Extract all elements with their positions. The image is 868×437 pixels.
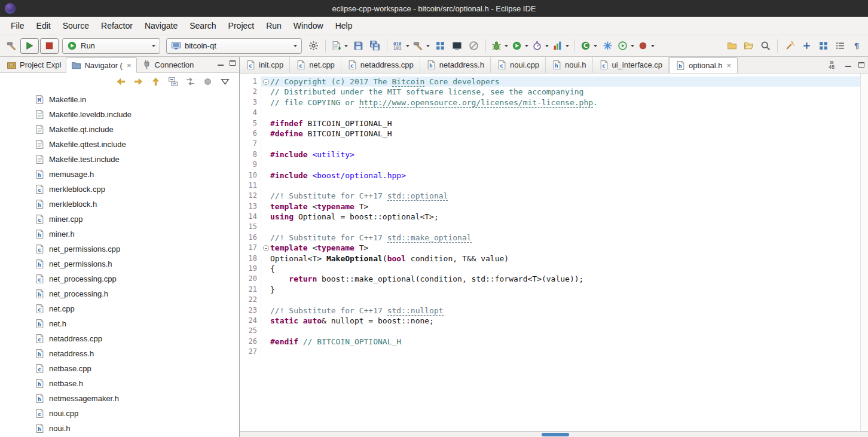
- editor-minimize-button[interactable]: [845, 66, 851, 67]
- file-makefile-qt-include[interactable]: Makefile.qt.include: [0, 122, 239, 137]
- file-tree[interactable]: MMakefile.inMakefile.leveldb.includeMake…: [0, 90, 239, 437]
- panel-sash-handle[interactable]: [542, 433, 569, 436]
- launch-config-settings-button[interactable]: [305, 38, 321, 54]
- save-all-button[interactable]: [367, 38, 383, 54]
- file-noui-h[interactable]: hnoui.h: [0, 421, 239, 436]
- file-makefile-test-include[interactable]: Makefile.test.include: [0, 152, 239, 167]
- file-miner-cpp[interactable]: cminer.cpp: [0, 212, 239, 227]
- editor-tab-ui-interface-cp[interactable]: cui_interface.cp: [593, 57, 670, 73]
- menu-project[interactable]: Project: [222, 19, 261, 33]
- search-button[interactable]: [757, 38, 773, 54]
- show-outline-button[interactable]: [832, 38, 848, 54]
- skip-breakpoints-button[interactable]: [466, 38, 481, 54]
- menu-window[interactable]: Window: [288, 19, 329, 33]
- view-menu-button[interactable]: [219, 75, 231, 87]
- file-label: merkleblock.cpp: [49, 185, 105, 194]
- file-text-icon: [35, 109, 45, 120]
- file-netmessagemaker-h[interactable]: hnetmessagemaker.h: [0, 391, 239, 406]
- menu-file[interactable]: File: [5, 19, 30, 33]
- file-net-cpp[interactable]: cnet.cpp: [0, 301, 239, 316]
- launch-run-button[interactable]: [20, 38, 39, 54]
- file-netaddress-cpp[interactable]: cnetaddress.cpp: [0, 331, 239, 346]
- close-tab-icon[interactable]: ×: [726, 62, 731, 69]
- fold-space: [261, 129, 270, 139]
- file-netbase-cpp[interactable]: cnetbase.cpp: [0, 361, 239, 376]
- file-net-permissions-h[interactable]: hnet_permissions.h: [0, 256, 239, 271]
- menu-run[interactable]: Run: [260, 19, 288, 33]
- toggle-grid-button[interactable]: [815, 38, 831, 54]
- new-class-button[interactable]: C: [579, 38, 598, 54]
- build-button[interactable]: [4, 38, 19, 54]
- menu-source[interactable]: Source: [57, 19, 95, 33]
- launch-mode-combo[interactable]: Run: [62, 38, 160, 54]
- editor-maximize-button[interactable]: [858, 62, 864, 68]
- view-tab-project-expl[interactable]: Project Expl: [2, 57, 66, 72]
- file-netaddress-h[interactable]: hnetaddress.h: [0, 346, 239, 361]
- file-net-processing-cpp[interactable]: cnet_processing.cpp: [0, 271, 239, 286]
- fold-toggle[interactable]: [261, 243, 270, 253]
- editor-tab-netaddress-cpp[interactable]: cnetaddress.cpp: [341, 57, 420, 73]
- editor-tab-init-cpp[interactable]: cinit.cpp: [240, 57, 290, 73]
- sidebar-maximize-button[interactable]: [230, 60, 236, 66]
- record-button[interactable]: [637, 38, 656, 54]
- view-tab-navigator[interactable]: Navigator (×: [66, 57, 136, 73]
- open-project-button[interactable]: [741, 38, 756, 54]
- file-makefile-leveldb-include[interactable]: Makefile.leveldb.include: [0, 107, 239, 122]
- file-noui-cpp[interactable]: cnoui.cpp: [0, 406, 239, 421]
- editor-tab-noui-h[interactable]: hnoui.h: [546, 57, 592, 73]
- view-tab-connection[interactable]: Connection: [137, 57, 199, 72]
- profile-button[interactable]: [531, 38, 550, 54]
- focus-button[interactable]: [201, 75, 213, 87]
- build-configurations-button[interactable]: 010101: [392, 38, 411, 54]
- menu-search[interactable]: Search: [184, 19, 222, 33]
- up-button[interactable]: [149, 75, 161, 87]
- code-text: #include <utility>: [270, 149, 860, 160]
- file-miner-h[interactable]: hminer.h: [0, 227, 239, 242]
- file-net-permissions-cpp[interactable]: cnet_permissions.cpp: [0, 242, 239, 256]
- menu-navigate[interactable]: Navigate: [139, 19, 184, 33]
- menu-edit[interactable]: Edit: [30, 19, 57, 33]
- editor-tab-net-cpp[interactable]: cnet.cpp: [290, 57, 341, 73]
- menu-refactor[interactable]: Refactor: [95, 19, 139, 33]
- file-merkleblock-h[interactable]: hmerkleblock.h: [0, 197, 239, 212]
- external-tools-button[interactable]: [600, 38, 615, 54]
- editor-scrollbar[interactable]: [860, 74, 868, 431]
- code-editor[interactable]: 1// Copyright (c) 2017 The Bitcoin Core …: [240, 74, 868, 431]
- format-button[interactable]: [782, 38, 797, 54]
- file-net-processing-h[interactable]: hnet_processing.h: [0, 286, 239, 301]
- launch-target-combo[interactable]: bitcoin-qt: [166, 38, 302, 54]
- coverage-button[interactable]: [551, 38, 570, 54]
- build-project-button[interactable]: [412, 38, 431, 54]
- back-button[interactable]: [115, 75, 127, 87]
- close-tab-icon[interactable]: ×: [127, 62, 132, 69]
- debug-button[interactable]: [490, 38, 509, 54]
- sidebar-minimize-button[interactable]: [218, 65, 224, 66]
- file-netbase-h[interactable]: hnetbase.h: [0, 376, 239, 391]
- fold-toggle[interactable]: [261, 77, 270, 87]
- editor-tab-noui-cpp[interactable]: cnoui.cpp: [491, 57, 546, 73]
- dropdown-caret-icon: [651, 45, 655, 47]
- editor-tab-netaddress-h[interactable]: hnetaddress.h: [420, 57, 491, 73]
- collapse-all-button[interactable]: [167, 75, 179, 87]
- run-button[interactable]: [511, 38, 530, 54]
- make-targets-button[interactable]: [432, 38, 448, 54]
- save-button[interactable]: [350, 38, 366, 54]
- link-editor-button[interactable]: [184, 75, 196, 87]
- forward-button[interactable]: [132, 75, 144, 87]
- menu-help[interactable]: Help: [329, 19, 359, 33]
- open-console-button[interactable]: [449, 38, 464, 54]
- file-makefile-in[interactable]: MMakefile.in: [0, 92, 239, 107]
- editor-tab-optional-h[interactable]: hoptional.h×: [669, 57, 738, 73]
- show-whitespace-button[interactable]: ¶: [849, 38, 864, 54]
- file-memusage-h[interactable]: hmemusage.h: [0, 167, 239, 182]
- add-bookmark-button[interactable]: [799, 38, 814, 54]
- terminate-button[interactable]: [40, 38, 59, 54]
- file-merkleblock-cpp[interactable]: cmerkleblock.cpp: [0, 182, 239, 197]
- open-resource-button[interactable]: [724, 38, 739, 54]
- hidden-editors-chevron[interactable]: » 48: [829, 59, 835, 70]
- run-history-button[interactable]: [616, 38, 635, 54]
- svg-text:c: c: [299, 62, 302, 69]
- new-wizard-button[interactable]: [330, 38, 349, 54]
- file-net-h[interactable]: hnet.h: [0, 316, 239, 331]
- file-makefile-qttest-include[interactable]: Makefile.qttest.include: [0, 137, 239, 152]
